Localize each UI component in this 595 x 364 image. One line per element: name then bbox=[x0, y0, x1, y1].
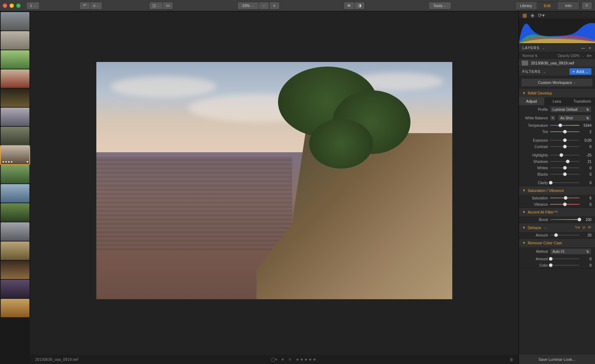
blend-mode-select[interactable]: Normal ⇅ bbox=[522, 54, 538, 58]
layer-thumb bbox=[522, 61, 528, 66]
zoom-out-button[interactable]: − bbox=[259, 2, 269, 10]
slider-whites: Whites0 bbox=[519, 165, 595, 171]
filmstrip-thumb[interactable] bbox=[1, 89, 29, 107]
slider-shadows: Shadows21 bbox=[519, 158, 595, 165]
tab-info[interactable]: Info bbox=[558, 2, 579, 10]
filmstrip-thumb[interactable] bbox=[1, 203, 29, 222]
dehaze-reset-icon[interactable]: ⊘ bbox=[582, 225, 585, 230]
filmstrip-thumb[interactable] bbox=[1, 108, 29, 126]
compare-view-button[interactable]: ◫⌄ bbox=[149, 2, 163, 10]
tab-library[interactable]: Library bbox=[515, 2, 537, 10]
before-after-button[interactable]: ◨ bbox=[354, 2, 365, 10]
filter-rcc-title[interactable]: ▼Remove Color Cast bbox=[519, 239, 595, 247]
histogram-tabs: ▦ ◈ ⟳▾ bbox=[519, 11, 595, 19]
slider-track[interactable] bbox=[550, 217, 579, 222]
filmstrip-thumb[interactable] bbox=[1, 31, 29, 50]
slider-track[interactable] bbox=[550, 202, 579, 207]
tab-edit[interactable]: Edit bbox=[537, 2, 558, 10]
filmstrip-thumb[interactable] bbox=[1, 12, 29, 30]
slider-track[interactable] bbox=[550, 165, 579, 170]
layer-name: 20130630_usa_0919.nef bbox=[531, 61, 574, 65]
favorite-icon[interactable]: ♥ bbox=[282, 357, 284, 362]
history-button[interactable]: ≡⌄ bbox=[90, 2, 102, 10]
slider-vibrance: Vibrance0 bbox=[519, 201, 595, 207]
slider-track[interactable] bbox=[550, 129, 579, 134]
mode-tabs: Library Edit Info bbox=[515, 1, 579, 10]
filter-raw-develop: ▼RAW Develop Adjust Lens Transform Profi… bbox=[519, 89, 595, 186]
filter-accent-title[interactable]: ▼Accent AI Filter™ bbox=[519, 208, 595, 216]
filter-dehaze-title[interactable]: ▼Dehaze ⌄✎▾⊘👁 bbox=[519, 223, 595, 232]
slider-track[interactable] bbox=[550, 123, 579, 128]
filter-raw-title[interactable]: ▼RAW Develop bbox=[519, 89, 595, 97]
slider-track[interactable] bbox=[550, 138, 579, 143]
import-button[interactable]: ⤓⌄ bbox=[26, 2, 40, 10]
undo-button[interactable]: ↶ bbox=[79, 2, 90, 10]
filmstrip-thumb[interactable] bbox=[1, 261, 29, 279]
thumb-heart-icon: ♥ bbox=[27, 160, 28, 164]
filter-remove-color-cast: ▼Remove Color Cast MethodAuto #1⇅ Amount… bbox=[519, 239, 595, 269]
slider-track[interactable] bbox=[550, 159, 579, 164]
wb-select[interactable]: As Shot⇅ bbox=[558, 115, 591, 121]
subtab-adjust[interactable]: Adjust bbox=[519, 97, 544, 105]
slider-highlights: Highlights-25 bbox=[519, 152, 595, 158]
slider-blacks: Blacks0 bbox=[519, 171, 595, 177]
slider-track[interactable] bbox=[550, 256, 579, 261]
filmstrip-thumb[interactable] bbox=[1, 69, 29, 88]
window-traffic-lights bbox=[3, 4, 21, 8]
filters-header[interactable]: FILTERS ⌄ + Add... bbox=[519, 67, 595, 76]
tools-menu-button[interactable]: Tools⌄ bbox=[429, 2, 451, 10]
filmstrip-thumb[interactable]: ★★★★♥ bbox=[1, 146, 29, 164]
dehaze-mask-icon[interactable]: ✎▾ bbox=[575, 225, 580, 230]
layers-collapse-icon[interactable]: — bbox=[581, 46, 585, 50]
workspace-select[interactable]: Custom Workspace ⌄ bbox=[521, 78, 593, 87]
slider-track[interactable] bbox=[550, 263, 579, 268]
wb-picker-icon[interactable]: ✎ bbox=[550, 115, 556, 121]
profile-select[interactable]: Luminar Default⇅ bbox=[550, 106, 591, 113]
reject-icon[interactable]: ✕ bbox=[288, 357, 291, 362]
slider-track[interactable] bbox=[550, 153, 579, 158]
zoom-level-button[interactable]: 33%⌄ bbox=[237, 2, 259, 10]
slider-temperature: Temperature5344 bbox=[519, 122, 595, 129]
filmstrip-thumb[interactable] bbox=[1, 222, 29, 241]
zoom-in-button[interactable]: + bbox=[269, 2, 280, 10]
histogram-image-icon[interactable]: ▦ bbox=[522, 12, 527, 18]
rating-stars[interactable]: ★★★★★ bbox=[296, 357, 317, 362]
slider-track[interactable] bbox=[550, 233, 579, 238]
preview-toggle-button[interactable]: 👁 bbox=[344, 2, 354, 10]
minimize-icon[interactable] bbox=[10, 4, 14, 8]
filmstrip-toggle-button[interactable]: ▭ bbox=[163, 2, 173, 10]
filmstrip-thumb[interactable] bbox=[1, 127, 29, 145]
image-viewer[interactable] bbox=[30, 11, 518, 364]
add-filter-button[interactable]: + Add... bbox=[570, 68, 591, 75]
layer-item[interactable]: 20130630_usa_0919.nef bbox=[519, 59, 595, 67]
histogram-history-icon[interactable]: ⟳▾ bbox=[538, 12, 545, 18]
subtab-transform[interactable]: Transform bbox=[570, 97, 595, 105]
filmstrip-thumb[interactable] bbox=[1, 299, 29, 317]
dehaze-visible-icon[interactable]: 👁 bbox=[588, 225, 591, 230]
subtab-lens[interactable]: Lens bbox=[544, 97, 570, 105]
filmstrip-thumb[interactable] bbox=[1, 241, 29, 260]
filmstrip[interactable]: ★★★★♥ bbox=[0, 11, 30, 364]
color-label-icon[interactable]: ◯▾ bbox=[271, 357, 277, 362]
histogram-layers-icon[interactable]: ◈ bbox=[531, 12, 534, 18]
slider-track[interactable] bbox=[550, 180, 579, 185]
filmstrip-thumb[interactable] bbox=[1, 50, 29, 69]
top-toolbar: ⤓⌄ ↶ ≡⌄ ◫⌄ ▭ 33%⌄ − + 👁 ◨ Tools⌄ Library… bbox=[0, 0, 595, 11]
filmstrip-thumb[interactable] bbox=[1, 165, 29, 183]
save-look-button[interactable]: Save Luminar Look... bbox=[519, 354, 595, 364]
trash-icon[interactable]: 🗑 bbox=[510, 357, 514, 362]
slider-track[interactable] bbox=[550, 172, 579, 177]
thumb-stars: ★★★★ bbox=[2, 160, 13, 164]
filmstrip-thumb[interactable] bbox=[1, 184, 29, 203]
rcc-method-select[interactable]: Auto #1⇅ bbox=[550, 248, 591, 255]
layers-add-icon[interactable]: + bbox=[589, 46, 591, 50]
close-icon[interactable] bbox=[3, 4, 7, 8]
layers-header[interactable]: LAYERS ⌄ —+ bbox=[519, 43, 595, 52]
status-filename: 20130630_usa_0919.nef bbox=[35, 357, 78, 362]
slider-track[interactable] bbox=[550, 144, 579, 149]
fullscreen-icon[interactable] bbox=[16, 4, 21, 8]
slider-track[interactable] bbox=[550, 195, 579, 200]
share-button[interactable]: ⇧ bbox=[582, 2, 592, 10]
filmstrip-thumb[interactable] bbox=[1, 280, 29, 298]
filter-satvib-title[interactable]: ▼Saturation / Vibrance bbox=[519, 186, 595, 195]
